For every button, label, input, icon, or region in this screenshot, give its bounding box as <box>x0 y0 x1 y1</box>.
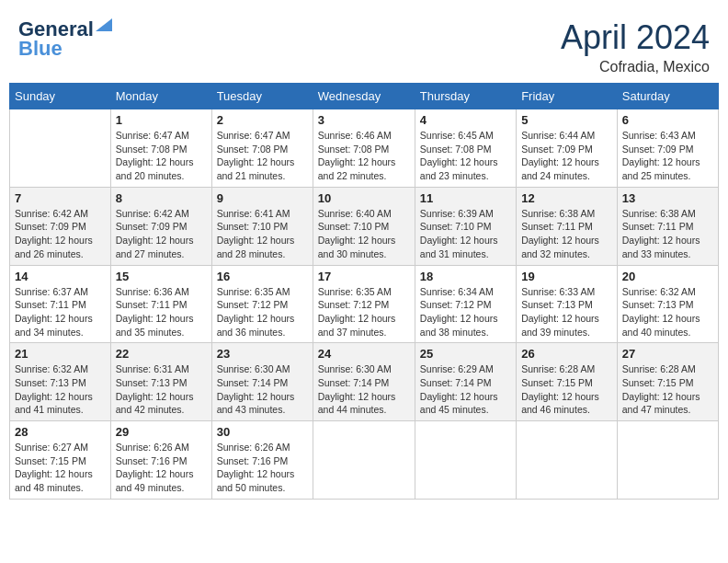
calendar-cell: 24Sunrise: 6:30 AMSunset: 7:14 PMDayligh… <box>313 343 415 421</box>
day-number: 24 <box>318 347 410 361</box>
calendar-cell: 27Sunrise: 6:28 AMSunset: 7:15 PMDayligh… <box>617 343 718 421</box>
day-number: 3 <box>318 113 410 127</box>
calendar-cell: 12Sunrise: 6:38 AMSunset: 7:11 PMDayligh… <box>517 187 618 265</box>
day-number: 22 <box>116 347 207 361</box>
day-info: Sunrise: 6:33 AMSunset: 7:13 PMDaylight:… <box>521 285 612 339</box>
day-number: 17 <box>318 270 410 283</box>
calendar-cell: 30Sunrise: 6:26 AMSunset: 7:16 PMDayligh… <box>211 421 313 500</box>
day-info: Sunrise: 6:32 AMSunset: 7:13 PMDaylight:… <box>622 285 713 339</box>
calendar-week-2: 14Sunrise: 6:37 AMSunset: 7:11 PMDayligh… <box>10 265 719 343</box>
calendar-cell: 21Sunrise: 6:32 AMSunset: 7:13 PMDayligh… <box>10 343 111 421</box>
calendar-cell: 3Sunrise: 6:46 AMSunset: 7:08 PMDaylight… <box>313 109 415 188</box>
calendar-cell: 19Sunrise: 6:33 AMSunset: 7:13 PMDayligh… <box>517 265 618 343</box>
calendar-cell: 10Sunrise: 6:40 AMSunset: 7:10 PMDayligh… <box>313 187 415 265</box>
day-header-wednesday: Wednesday <box>313 84 415 109</box>
day-info: Sunrise: 6:27 AMSunset: 7:15 PMDaylight:… <box>15 441 106 495</box>
page-header: General Blue April 2024 Cofradia, Mexico <box>9 9 719 83</box>
calendar-cell: 6Sunrise: 6:43 AMSunset: 7:09 PMDaylight… <box>617 109 718 188</box>
day-info: Sunrise: 6:35 AMSunset: 7:12 PMDaylight:… <box>318 285 410 339</box>
calendar-cell <box>415 421 516 500</box>
day-info: Sunrise: 6:38 AMSunset: 7:11 PMDaylight:… <box>521 207 612 261</box>
month-year: April 2024 <box>561 18 710 57</box>
calendar-cell: 11Sunrise: 6:39 AMSunset: 7:10 PMDayligh… <box>415 187 516 265</box>
calendar-cell: 9Sunrise: 6:41 AMSunset: 7:10 PMDaylight… <box>211 187 313 265</box>
day-header-sunday: Sunday <box>10 84 111 109</box>
calendar-cell: 22Sunrise: 6:31 AMSunset: 7:13 PMDayligh… <box>110 343 211 421</box>
day-header-monday: Monday <box>110 84 211 109</box>
calendar-cell: 4Sunrise: 6:45 AMSunset: 7:08 PMDaylight… <box>415 109 516 188</box>
day-number: 13 <box>622 191 713 205</box>
day-number: 29 <box>116 425 207 439</box>
day-header-saturday: Saturday <box>617 84 718 109</box>
day-number: 9 <box>217 191 308 205</box>
day-info: Sunrise: 6:45 AMSunset: 7:08 PMDaylight:… <box>420 129 511 183</box>
day-number: 5 <box>521 113 612 127</box>
calendar-cell: 8Sunrise: 6:42 AMSunset: 7:09 PMDaylight… <box>110 187 211 265</box>
day-number: 23 <box>217 347 308 361</box>
calendar-cell <box>617 421 718 500</box>
day-header-thursday: Thursday <box>415 84 516 109</box>
day-number: 26 <box>521 347 612 361</box>
calendar-cell: 15Sunrise: 6:36 AMSunset: 7:11 PMDayligh… <box>110 265 211 343</box>
svg-marker-0 <box>96 18 112 31</box>
calendar-cell: 13Sunrise: 6:38 AMSunset: 7:11 PMDayligh… <box>617 187 718 265</box>
day-number: 21 <box>15 347 106 361</box>
day-number: 20 <box>622 270 713 283</box>
calendar-cell: 29Sunrise: 6:26 AMSunset: 7:16 PMDayligh… <box>110 421 211 500</box>
day-number: 1 <box>116 113 207 127</box>
day-number: 6 <box>622 113 713 127</box>
title-block: April 2024 Cofradia, Mexico <box>561 18 710 75</box>
day-number: 25 <box>420 347 511 361</box>
location: Cofradia, Mexico <box>561 59 710 75</box>
day-info: Sunrise: 6:40 AMSunset: 7:10 PMDaylight:… <box>318 207 410 261</box>
day-info: Sunrise: 6:28 AMSunset: 7:15 PMDaylight:… <box>622 362 713 417</box>
calendar-week-0: 1Sunrise: 6:47 AMSunset: 7:08 PMDaylight… <box>10 109 719 188</box>
calendar-week-4: 28Sunrise: 6:27 AMSunset: 7:15 PMDayligh… <box>10 421 719 500</box>
day-info: Sunrise: 6:30 AMSunset: 7:14 PMDaylight:… <box>217 362 308 417</box>
calendar-cell <box>313 421 415 500</box>
day-info: Sunrise: 6:44 AMSunset: 7:09 PMDaylight:… <box>521 129 612 183</box>
calendar-cell: 14Sunrise: 6:37 AMSunset: 7:11 PMDayligh… <box>10 265 111 343</box>
day-number: 27 <box>622 347 713 361</box>
day-number: 2 <box>217 113 308 127</box>
day-number: 30 <box>217 425 308 439</box>
calendar-cell: 16Sunrise: 6:35 AMSunset: 7:12 PMDayligh… <box>211 265 313 343</box>
calendar-cell: 18Sunrise: 6:34 AMSunset: 7:12 PMDayligh… <box>415 265 516 343</box>
day-info: Sunrise: 6:36 AMSunset: 7:11 PMDaylight:… <box>116 285 207 339</box>
day-info: Sunrise: 6:43 AMSunset: 7:09 PMDaylight:… <box>622 129 713 183</box>
day-number: 11 <box>420 191 511 205</box>
day-number: 28 <box>15 425 106 439</box>
calendar-week-1: 7Sunrise: 6:42 AMSunset: 7:09 PMDaylight… <box>10 187 719 265</box>
calendar-table: SundayMondayTuesdayWednesdayThursdayFrid… <box>9 83 719 500</box>
logo-triangle-icon <box>96 18 112 31</box>
day-number: 8 <box>116 191 207 205</box>
calendar-cell: 25Sunrise: 6:29 AMSunset: 7:14 PMDayligh… <box>415 343 516 421</box>
day-info: Sunrise: 6:30 AMSunset: 7:14 PMDaylight:… <box>318 362 410 417</box>
day-header-tuesday: Tuesday <box>211 84 313 109</box>
calendar-cell: 28Sunrise: 6:27 AMSunset: 7:15 PMDayligh… <box>10 421 111 500</box>
day-info: Sunrise: 6:26 AMSunset: 7:16 PMDaylight:… <box>116 441 207 495</box>
day-info: Sunrise: 6:29 AMSunset: 7:14 PMDaylight:… <box>420 362 511 417</box>
calendar-cell: 23Sunrise: 6:30 AMSunset: 7:14 PMDayligh… <box>211 343 313 421</box>
calendar-cell <box>10 109 111 188</box>
calendar-header-row: SundayMondayTuesdayWednesdayThursdayFrid… <box>10 84 719 109</box>
calendar-cell: 2Sunrise: 6:47 AMSunset: 7:08 PMDaylight… <box>211 109 313 188</box>
day-info: Sunrise: 6:34 AMSunset: 7:12 PMDaylight:… <box>420 285 511 339</box>
day-info: Sunrise: 6:41 AMSunset: 7:10 PMDaylight:… <box>217 207 308 261</box>
calendar-cell: 1Sunrise: 6:47 AMSunset: 7:08 PMDaylight… <box>110 109 211 188</box>
calendar-cell: 20Sunrise: 6:32 AMSunset: 7:13 PMDayligh… <box>617 265 718 343</box>
logo: General Blue <box>18 18 112 61</box>
calendar-cell: 7Sunrise: 6:42 AMSunset: 7:09 PMDaylight… <box>10 187 111 265</box>
day-info: Sunrise: 6:39 AMSunset: 7:10 PMDaylight:… <box>420 207 511 261</box>
calendar-cell <box>517 421 618 500</box>
day-number: 15 <box>116 270 207 283</box>
day-info: Sunrise: 6:31 AMSunset: 7:13 PMDaylight:… <box>116 362 207 417</box>
day-number: 12 <box>521 191 612 205</box>
day-number: 10 <box>318 191 410 205</box>
day-info: Sunrise: 6:42 AMSunset: 7:09 PMDaylight:… <box>116 207 207 261</box>
day-number: 14 <box>15 270 106 283</box>
day-info: Sunrise: 6:37 AMSunset: 7:11 PMDaylight:… <box>15 285 106 339</box>
calendar-cell: 26Sunrise: 6:28 AMSunset: 7:15 PMDayligh… <box>517 343 618 421</box>
day-info: Sunrise: 6:26 AMSunset: 7:16 PMDaylight:… <box>217 441 308 495</box>
day-number: 19 <box>521 270 612 283</box>
